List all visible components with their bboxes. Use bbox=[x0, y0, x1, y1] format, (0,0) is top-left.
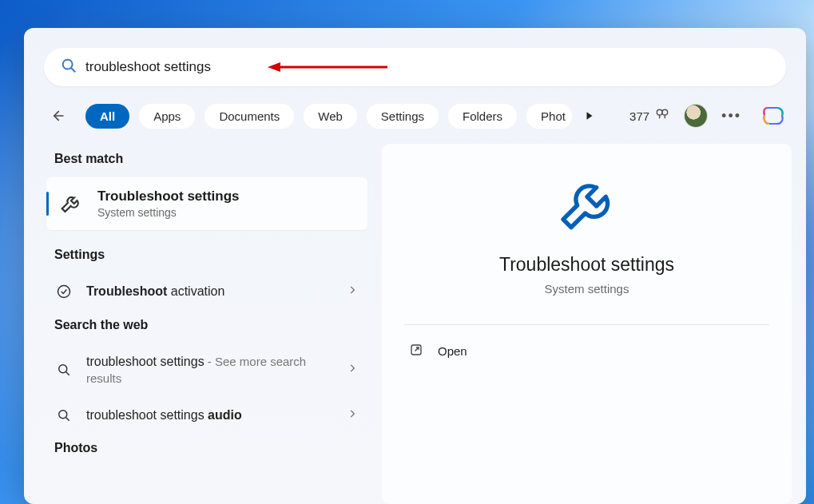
tab-photos[interactable]: Phot bbox=[526, 104, 572, 129]
tab-all[interactable]: All bbox=[85, 104, 129, 129]
svg-point-13 bbox=[59, 410, 67, 418]
detail-subtitle: System settings bbox=[545, 282, 629, 296]
open-external-icon bbox=[409, 343, 423, 359]
settings-section-label: Settings bbox=[46, 230, 367, 273]
tab-web[interactable]: Web bbox=[304, 104, 357, 129]
search-input[interactable] bbox=[85, 59, 770, 75]
web-result-audio[interactable]: troubleshoot settings audio bbox=[46, 397, 367, 434]
search-icon bbox=[56, 362, 72, 378]
results-column: Best match Troubleshoot settings System … bbox=[38, 144, 374, 504]
points-value: 377 bbox=[629, 109, 649, 123]
search-icon bbox=[60, 57, 77, 77]
chevron-right-icon bbox=[347, 408, 358, 423]
search-icon bbox=[56, 407, 72, 423]
more-button[interactable]: ••• bbox=[717, 105, 746, 128]
detail-pane: Troubleshoot settings System settings Op… bbox=[382, 144, 792, 504]
tabs-scroll-right[interactable] bbox=[578, 105, 601, 127]
svg-point-11 bbox=[59, 365, 67, 373]
web-result-text: troubleshoot settings audio bbox=[86, 407, 332, 424]
wrench-icon bbox=[555, 174, 619, 238]
svg-line-14 bbox=[66, 417, 69, 420]
trophy-icon bbox=[654, 107, 670, 125]
web-result-see-more[interactable]: troubleshoot settings - See more search … bbox=[46, 343, 367, 397]
search-panel: All Apps Documents Web Settings Folders … bbox=[24, 28, 806, 504]
back-button[interactable] bbox=[44, 102, 71, 129]
tab-apps[interactable]: Apps bbox=[139, 104, 195, 129]
tab-documents[interactable]: Documents bbox=[204, 104, 294, 129]
open-button[interactable]: Open bbox=[404, 325, 769, 377]
best-match-subtitle: System settings bbox=[97, 206, 240, 219]
chevron-right-icon bbox=[347, 284, 358, 299]
svg-point-10 bbox=[58, 285, 70, 297]
open-label: Open bbox=[438, 344, 467, 358]
search-bar[interactable] bbox=[44, 48, 786, 86]
best-match-item[interactable]: Troubleshoot settings System settings bbox=[46, 177, 367, 230]
wrench-icon bbox=[59, 192, 83, 216]
filter-tabs: All Apps Documents Web Settings Folders … bbox=[24, 86, 806, 144]
svg-point-0 bbox=[63, 60, 73, 69]
svg-marker-5 bbox=[586, 112, 592, 119]
svg-point-7 bbox=[662, 109, 668, 115]
settings-result-troubleshoot-activation[interactable]: Troubleshoot activation bbox=[46, 273, 367, 310]
svg-line-1 bbox=[71, 68, 75, 72]
tab-settings[interactable]: Settings bbox=[367, 104, 439, 129]
check-circle-icon bbox=[56, 284, 72, 300]
photos-section-label: Photos bbox=[46, 433, 367, 466]
svg-line-12 bbox=[66, 372, 69, 375]
tab-folders[interactable]: Folders bbox=[448, 104, 517, 129]
best-match-title: Troubleshoot settings bbox=[97, 189, 240, 204]
copilot-icon[interactable] bbox=[760, 103, 786, 129]
avatar[interactable] bbox=[685, 105, 707, 127]
web-section-label: Search the web bbox=[46, 310, 367, 343]
rewards-points[interactable]: 377 bbox=[629, 107, 670, 125]
settings-result-text: Troubleshoot activation bbox=[86, 283, 332, 300]
svg-point-6 bbox=[657, 109, 662, 115]
web-result-text: troubleshoot settings - See more search … bbox=[86, 353, 332, 387]
detail-title: Troubleshoot settings bbox=[499, 254, 674, 276]
best-match-label: Best match bbox=[46, 144, 367, 177]
chevron-right-icon bbox=[347, 363, 358, 377]
